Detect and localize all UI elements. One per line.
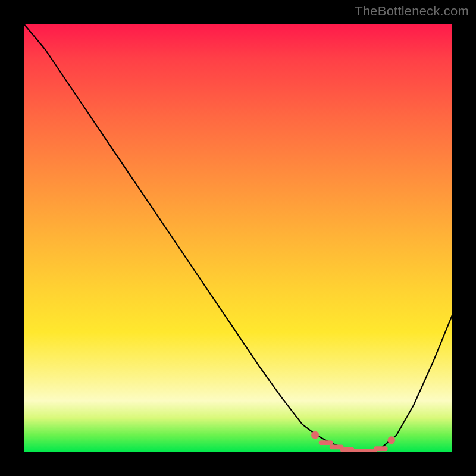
bottleneck-curve [24,24,452,452]
optimal-marker-dot [387,436,395,444]
chart-frame: TheBottleneck.com [0,0,476,476]
watermark-text: TheBottleneck.com [355,4,469,19]
plot-area [24,24,452,452]
optimal-markers [311,431,395,452]
chart-svg [24,24,452,452]
optimal-marker-dot [311,431,319,439]
